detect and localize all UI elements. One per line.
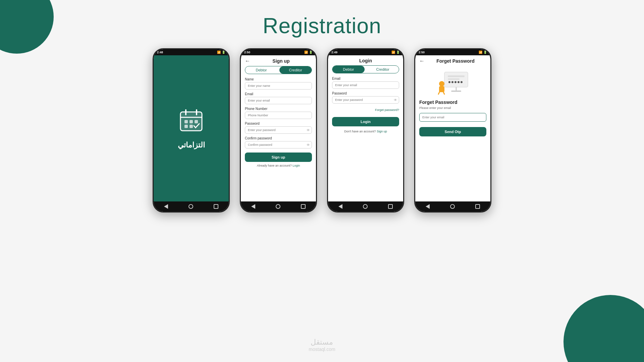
illustration-area (419, 69, 486, 96)
signup-title: Sign up (250, 58, 312, 64)
email-label-login: Email (332, 77, 399, 80)
recent-nav[interactable] (214, 204, 218, 209)
watermark-latin: mostaql.com (309, 347, 335, 352)
login-title: Login (332, 58, 399, 63)
svg-point-19 (439, 81, 444, 86)
confirm-input[interactable] (245, 141, 312, 148)
password-input-signup[interactable] (245, 126, 312, 134)
recent-nav-2[interactable] (301, 204, 306, 209)
phones-container: 2:48 📶 🔋 (0, 48, 644, 213)
phone-login: 2:49 📶 🔋 Login Debtor Creditor Email (327, 48, 404, 213)
nav-bar-1 (154, 201, 229, 212)
back-button-forget[interactable]: ← (419, 58, 425, 64)
tab-creditor-signup[interactable]: Creditor (279, 66, 312, 74)
status-bar-1: 2:48 📶 🔋 (154, 49, 229, 55)
forget-header: ← Forget Password (419, 55, 486, 66)
svg-point-15 (458, 81, 460, 83)
confirm-label: Confirm password (245, 136, 312, 140)
login-tabs: Debtor Creditor (332, 65, 399, 73)
back-button-signup[interactable]: ← (245, 58, 250, 64)
signup-header: ← Sign up (245, 55, 312, 66)
watermark-arabic: مستقل (309, 338, 335, 347)
corner-decoration-br (564, 295, 644, 362)
svg-rect-6 (195, 120, 198, 123)
page-title: Registration (0, 0, 644, 38)
home-nav-4[interactable] (450, 204, 455, 209)
recent-nav-4[interactable] (475, 204, 480, 209)
time-4: 2:50 (419, 51, 425, 54)
back-nav[interactable] (164, 204, 168, 209)
forget-password-link[interactable]: Forget password? (375, 108, 399, 112)
email-label-signup: Email (245, 92, 312, 96)
corner-decoration-tl (0, 0, 54, 54)
forget-title: Forget Password (419, 100, 486, 105)
signup-button[interactable]: Sign up (245, 153, 312, 162)
time-2: 2:50 (244, 51, 250, 54)
watermark: مستقل mostaql.com (309, 338, 335, 352)
back-nav-3[interactable] (338, 204, 342, 209)
send-otp-button[interactable]: Send Otp (419, 127, 486, 136)
back-nav-4[interactable] (426, 204, 430, 209)
phone-label: Phone Number (245, 107, 312, 111)
svg-rect-10 (448, 75, 465, 77)
nav-bar-2 (241, 201, 316, 212)
confirm-wrap: 👁 (245, 141, 312, 148)
back-nav-2[interactable] (251, 204, 255, 209)
password-label-signup: Password (245, 122, 312, 125)
time-3: 2:49 (331, 51, 337, 54)
phone-forget: 2:50 📶 🔋 ← Forget Password (414, 48, 491, 213)
signup-link[interactable]: Sign up (377, 130, 387, 133)
app-name: التزاماتي (178, 141, 205, 149)
forget-email-input[interactable] (419, 113, 486, 122)
home-nav[interactable] (189, 204, 193, 209)
login-link[interactable]: Login (292, 164, 300, 167)
splash-screen: التزاماتي (154, 55, 229, 201)
svg-rect-18 (451, 90, 461, 92)
signup-link-wrap: Don't have an account? Sign up (332, 130, 399, 133)
phone-input[interactable] (245, 112, 312, 119)
home-nav-3[interactable] (363, 204, 368, 209)
nav-bar-4 (415, 201, 490, 212)
password-wrap-signup: 👁 (245, 126, 312, 134)
svg-rect-4 (184, 120, 188, 123)
phone-signup: 2:50 📶 🔋 ← Sign up Debtor Creditor Name (240, 48, 317, 213)
name-label: Name (245, 77, 312, 81)
svg-point-16 (461, 81, 463, 83)
calendar-icon (178, 107, 205, 134)
svg-point-13 (451, 81, 453, 83)
forget-subtitle: Please enter your email (419, 106, 486, 110)
status-bar-2: 2:50 📶 🔋 (241, 49, 316, 55)
email-input-signup[interactable] (245, 97, 312, 104)
name-input[interactable] (245, 82, 312, 89)
email-input-login[interactable] (332, 81, 399, 89)
eye-icon-login[interactable]: 👁 (394, 98, 397, 102)
svg-line-21 (438, 92, 440, 94)
login-button[interactable]: Login (332, 117, 399, 126)
svg-point-14 (454, 81, 457, 83)
svg-point-12 (448, 81, 450, 83)
forget-screen-title: Forget Password (425, 58, 486, 64)
svg-line-22 (443, 92, 444, 94)
svg-rect-11 (448, 78, 460, 80)
password-input-login[interactable] (332, 96, 399, 104)
tab-debtor-signup[interactable]: Debtor (245, 66, 277, 74)
password-label-login: Password (332, 92, 399, 95)
tab-debtor-login[interactable]: Debtor (332, 66, 365, 73)
password-wrap-login: 👁 (332, 96, 399, 104)
login-link-wrap: Already have an account? Login (245, 164, 312, 167)
forget-password-illustration (434, 69, 471, 96)
svg-rect-5 (190, 120, 193, 123)
signup-tabs: Debtor Creditor (245, 66, 312, 74)
status-bar-3: 2:49 📶 🔋 (328, 49, 403, 55)
tab-creditor-login[interactable]: Creditor (367, 66, 399, 73)
nav-bar-3 (328, 201, 403, 212)
eye-icon-password[interactable]: 👁 (307, 128, 310, 132)
svg-rect-7 (184, 125, 188, 128)
status-bar-4: 2:50 📶 🔋 (415, 49, 490, 55)
eye-icon-confirm[interactable]: 👁 (307, 143, 310, 147)
svg-rect-8 (190, 125, 193, 128)
phone-splash: 2:48 📶 🔋 (153, 48, 230, 213)
home-nav-2[interactable] (276, 204, 280, 209)
time-1: 2:48 (157, 51, 163, 54)
recent-nav-3[interactable] (388, 204, 393, 209)
